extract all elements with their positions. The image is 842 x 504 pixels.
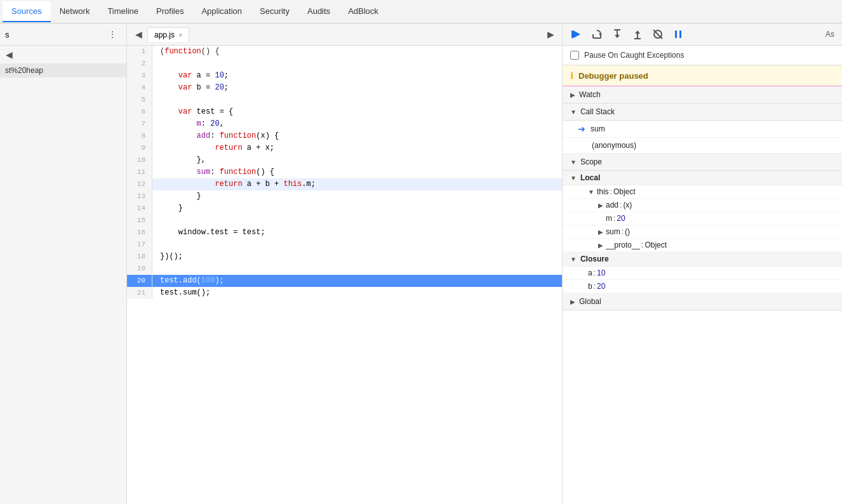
line-number-19: 19 [127, 263, 152, 275]
line-number-10: 10 [127, 154, 152, 166]
code-content-15 [152, 215, 164, 227]
scope-a-colon: : [594, 269, 596, 277]
scope-sum-value: () [625, 227, 630, 236]
code-line-20: 20 test.add(100); [127, 275, 562, 287]
line-number-15: 15 [127, 215, 152, 227]
watch-expand-icon: ▶ [570, 91, 575, 98]
step-out-button[interactable] [629, 25, 646, 43]
scope-item-add[interactable]: ▶ add : (x) [563, 199, 842, 212]
pause-button[interactable] [669, 25, 687, 43]
scope-proto-colon: : [641, 241, 643, 249]
tab-sources[interactable]: Sources [3, 1, 51, 22]
scope-item-proto[interactable]: ▶ __proto__ : Object [563, 239, 842, 252]
scope-this-colon: : [610, 187, 612, 196]
file-tab-close[interactable]: × [178, 31, 182, 39]
scope-item-sum[interactable]: ▶ sum : () [563, 225, 842, 239]
code-content-8: add: function(x) { [152, 130, 279, 142]
call-stack-name-anonymous: (anonymous) [578, 141, 636, 150]
code-content-16: window.test = test; [152, 227, 265, 239]
tab-adblock[interactable]: AdBlock [339, 1, 387, 22]
code-line-1: 1 (function() { [127, 46, 562, 58]
scope-item-a[interactable]: a : 10 [563, 267, 842, 280]
file-tab-appjs[interactable]: app.js × [147, 27, 189, 42]
deactivate-breakpoints-button[interactable] [649, 25, 667, 43]
file-tab-name: app.js [154, 30, 175, 39]
navigate-forward-button[interactable]: ▶ [542, 25, 559, 43]
local-scope-expand-icon: ▼ [570, 175, 577, 182]
scope-this-expand-icon: ▼ [588, 189, 594, 196]
scope-section-header[interactable]: ▼ Scope [563, 154, 842, 171]
tab-audits[interactable]: Audits [298, 1, 339, 22]
line-number-14: 14 [127, 202, 152, 215]
code-editor[interactable]: 1 (function() { 2 3 var a = 10; 4 var b … [127, 46, 562, 504]
svg-rect-1 [571, 30, 573, 38]
scope-add-colon: : [620, 201, 622, 209]
step-into-button[interactable] [608, 25, 626, 43]
scope-m-name: m [606, 214, 612, 223]
code-content-5 [152, 94, 164, 106]
local-scope-header[interactable]: ▼ Local [563, 171, 842, 185]
async-checkbox-label: As [823, 25, 837, 43]
svg-rect-14 [675, 30, 677, 38]
svg-marker-10 [635, 30, 640, 34]
tab-network[interactable]: Network [51, 1, 99, 22]
call-stack-arrow-icon: ➔ [578, 124, 585, 134]
step-over-button[interactable] [588, 25, 606, 43]
code-line-19: 19 [127, 263, 562, 275]
svg-marker-7 [615, 35, 620, 38]
line-number-18: 18 [127, 251, 152, 263]
code-content-4: var b = 20; [152, 82, 229, 94]
call-stack-expand-icon: ▼ [570, 109, 577, 116]
tab-profiles[interactable]: Profiles [147, 1, 192, 22]
sidebar-text: s [5, 30, 10, 39]
sidebar-menu-button[interactable]: ⋮ [104, 25, 121, 43]
line-number-1: 1 [127, 46, 152, 58]
watch-section-title: Watch [579, 90, 601, 99]
watch-section-header[interactable]: ▶ Watch [563, 86, 842, 103]
scope-item-this[interactable]: ▼ this : Object [563, 185, 842, 199]
tab-timeline[interactable]: Timeline [98, 1, 147, 22]
pause-exceptions-label: Pause On Caught Exceptions [584, 51, 684, 60]
code-content-1: (function() { [152, 46, 220, 58]
scope-this-name: this [597, 187, 609, 196]
scope-item-m[interactable]: m : 20 [563, 212, 842, 225]
call-stack-name-sum: sum [591, 124, 605, 133]
global-scope-header[interactable]: ▶ Global [563, 293, 842, 310]
scope-proto-expand-icon: ▶ [598, 242, 603, 249]
line-number-16: 16 [127, 227, 152, 239]
code-line-13: 13 } [127, 190, 562, 202]
svg-rect-15 [679, 30, 681, 38]
code-line-15: 15 [127, 215, 562, 227]
code-line-6: 6 var test = { [127, 106, 562, 118]
scope-m-colon: : [613, 214, 615, 223]
closure-scope-header[interactable]: ▼ Closure [563, 252, 842, 267]
code-content-7: m: 20, [152, 118, 224, 130]
scope-add-value: (x) [623, 201, 632, 209]
navigate-back-button[interactable]: ◀ [130, 25, 147, 43]
call-stack-item-anonymous[interactable]: (anonymous) [563, 138, 842, 154]
code-line-4: 4 var b = 20; [127, 82, 562, 94]
resume-button[interactable] [568, 25, 585, 43]
scope-this-value: Object [613, 187, 636, 196]
code-content-19 [152, 263, 164, 275]
line-number-6: 6 [127, 106, 152, 118]
code-line-2: 2 [127, 58, 562, 70]
call-stack-item-sum[interactable]: ➔ sum [563, 121, 842, 138]
line-number-4: 4 [127, 82, 152, 94]
svg-marker-0 [573, 30, 580, 38]
code-toolbar: ◀ app.js × ▶ [127, 23, 562, 46]
scope-item-b[interactable]: b : 20 [563, 280, 842, 293]
line-number-9: 9 [127, 142, 152, 154]
main-layout: s ⋮ ◀ st%20heap ◀ app.js × ▶ 1 (function… [0, 23, 842, 504]
code-content-18: })(); [152, 251, 183, 263]
scope-proto-value: Object [645, 241, 667, 249]
code-line-3: 3 var a = 10; [127, 70, 562, 82]
pause-exceptions-checkbox[interactable] [570, 51, 579, 60]
collapse-sidebar-button[interactable]: ◀ [0, 46, 18, 63]
sidebar-item-heap[interactable]: st%20heap [0, 63, 126, 77]
code-line-9: 9 return a + x; [127, 142, 562, 154]
scope-m-value: 20 [617, 214, 625, 223]
tab-security[interactable]: Security [251, 1, 298, 22]
call-stack-section-header[interactable]: ▼ Call Stack [563, 103, 842, 121]
tab-application[interactable]: Application [192, 1, 251, 22]
